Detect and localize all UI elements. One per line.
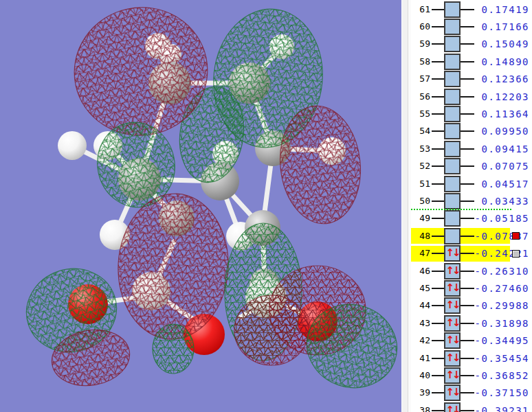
orbital-energy-value: -0.26310 xyxy=(472,266,529,277)
orbital-row-58[interactable]: 580.14890 xyxy=(411,54,532,70)
orbital-energy-value: -0.36852 xyxy=(472,370,529,381)
orbital-marker-red-square[interactable] xyxy=(512,232,520,240)
energy-level-line xyxy=(432,96,444,98)
orbital-marker-gray-square[interactable] xyxy=(512,250,520,258)
energy-level-line xyxy=(432,288,444,289)
orbital-row-51[interactable]: 510.04517 xyxy=(411,176,532,192)
energy-level-line xyxy=(432,392,444,393)
orbital-row-52[interactable]: 520.07075 xyxy=(411,158,532,174)
orbital-box-virtual[interactable] xyxy=(444,123,461,139)
orbital-number: 51 xyxy=(411,179,430,189)
orbital-row-44[interactable]: 44↑↓-0.29988 xyxy=(411,297,532,314)
orbital-row-49[interactable]: 49-0.05185 xyxy=(411,210,532,227)
orbital-box-occupied[interactable]: ↑↓ xyxy=(444,263,461,279)
orbital-box-virtual[interactable] xyxy=(444,1,461,18)
orbital-energy-value: -0.24221 xyxy=(472,248,529,259)
orbital-box-virtual[interactable] xyxy=(444,89,461,105)
orbital-row-54[interactable]: 540.09950 xyxy=(411,123,532,139)
orbital-row-53[interactable]: 530.09415 xyxy=(411,141,532,157)
orbital-number: 38 xyxy=(411,405,430,412)
orbital-box-virtual[interactable] xyxy=(444,106,461,122)
orbital-energy-value: -0.35454 xyxy=(472,353,529,364)
orbital-energy-value: -0.07837 xyxy=(472,231,529,242)
orbital-box-occupied[interactable]: ↑↓ xyxy=(444,245,461,262)
orbital-box-occupied[interactable]: ↑↓ xyxy=(444,367,461,384)
orbital-energy-value: 0.17419 xyxy=(472,4,529,15)
orbital-row-39[interactable]: 39↑↓-0.37150 xyxy=(411,385,532,401)
energy-level-line xyxy=(432,271,444,272)
electron-spin-arrows-icon: ↑↓ xyxy=(445,386,459,399)
orbital-box-occupied[interactable]: ↑↓ xyxy=(444,332,461,349)
orbital-box-occupied[interactable]: ↑↓ xyxy=(444,297,461,314)
orbital-row-41[interactable]: 41↑↓-0.35454 xyxy=(411,350,532,367)
orbital-box-occupied[interactable]: ↑↓ xyxy=(444,280,461,297)
energy-level-line xyxy=(432,9,444,10)
orbital-box-virtual[interactable] xyxy=(444,228,461,244)
app-window: 610.17419600.17166590.15049580.14890570.… xyxy=(0,0,532,412)
orbital-row-40[interactable]: 40↑↓-0.36852 xyxy=(411,367,532,384)
orbital-energy-value: 0.14890 xyxy=(472,56,529,67)
energy-level-line xyxy=(432,323,444,324)
orbital-row-61[interactable]: 610.17419 xyxy=(411,1,532,18)
orbital-number: 56 xyxy=(411,91,430,102)
orbital-row-55[interactable]: 550.11364 xyxy=(411,106,532,122)
orbital-box-virtual[interactable] xyxy=(444,193,461,209)
electron-spin-arrows-icon: ↑↓ xyxy=(445,369,459,382)
orbital-energy-diagram-panel[interactable]: 610.17419600.17166590.15049580.14890570.… xyxy=(411,0,532,412)
orbital-box-virtual[interactable] xyxy=(444,158,461,174)
orbital-row-50[interactable]: 500.03433 xyxy=(411,193,532,209)
orbital-row-43[interactable]: 43↑↓-0.31898 xyxy=(411,315,532,332)
orbital-box-occupied[interactable]: ↑↓ xyxy=(444,402,461,412)
orbital-box-virtual[interactable] xyxy=(444,54,461,70)
orbital-number: 39 xyxy=(411,387,430,398)
orbital-number: 52 xyxy=(411,161,430,171)
energy-level-line xyxy=(432,113,444,115)
energy-level-line xyxy=(432,61,444,62)
pane-splitter[interactable] xyxy=(401,0,411,412)
orbital-energy-value: -0.39231 xyxy=(472,405,529,412)
orbital-box-occupied[interactable]: ↑↓ xyxy=(444,315,461,332)
orbital-row-42[interactable]: 42↑↓-0.34495 xyxy=(411,332,532,349)
orbital-energy-value: -0.34495 xyxy=(472,335,529,346)
electron-spin-arrows-icon: ↑↓ xyxy=(445,352,459,365)
orbital-box-virtual[interactable] xyxy=(444,176,461,192)
orbital-number: 44 xyxy=(411,300,430,310)
orbital-box-occupied[interactable]: ↑↓ xyxy=(444,385,461,401)
orbital-box-virtual[interactable] xyxy=(444,19,461,35)
orbital-energy-value: -0.31898 xyxy=(472,318,529,329)
orbital-energy-value: -0.27460 xyxy=(472,283,529,294)
electron-spin-arrows-icon: ↑↓ xyxy=(445,299,459,312)
molecule-orbital-viewport[interactable] xyxy=(0,0,401,412)
energy-level-line xyxy=(432,410,444,411)
orbital-number: 46 xyxy=(411,266,430,276)
orbital-row-60[interactable]: 600.17166 xyxy=(411,19,532,35)
orbital-row-59[interactable]: 590.15049 xyxy=(411,36,532,52)
orbital-energy-value: 0.09950 xyxy=(472,126,529,137)
orbital-box-virtual[interactable] xyxy=(444,36,461,52)
energy-level-line xyxy=(432,375,444,376)
orbital-row-57[interactable]: 570.12366 xyxy=(411,71,532,87)
orbital-number: 48 xyxy=(411,231,430,241)
orbital-box-virtual[interactable] xyxy=(444,141,461,157)
orbital-box-virtual[interactable] xyxy=(444,210,461,227)
energy-level-line xyxy=(432,201,444,202)
orbital-row-38[interactable]: 38↑↓-0.39231 xyxy=(411,402,532,412)
orbital-number: 53 xyxy=(411,144,430,154)
energy-level-line xyxy=(432,165,444,167)
orbital-energy-value: 0.12203 xyxy=(472,91,529,102)
orbital-energy-value: 0.03433 xyxy=(472,196,529,207)
orbital-row-56[interactable]: 560.12203 xyxy=(411,89,532,105)
orbital-row-46[interactable]: 46↑↓-0.26310 xyxy=(411,263,532,279)
orbital-energy-value: 0.09415 xyxy=(472,144,529,154)
orbital-number: 41 xyxy=(411,353,430,363)
orbital-row-45[interactable]: 45↑↓-0.27460 xyxy=(411,280,532,297)
orbital-box-virtual[interactable] xyxy=(444,71,461,87)
energy-level-line xyxy=(432,183,444,185)
energy-level-line xyxy=(432,78,444,80)
orbital-number: 57 xyxy=(411,73,430,84)
atom-H[interactable] xyxy=(58,131,87,160)
orbital-box-occupied[interactable]: ↑↓ xyxy=(444,350,461,367)
energy-level-line xyxy=(432,305,444,306)
orbital-number: 47 xyxy=(411,248,430,258)
energy-level-line xyxy=(432,43,444,45)
